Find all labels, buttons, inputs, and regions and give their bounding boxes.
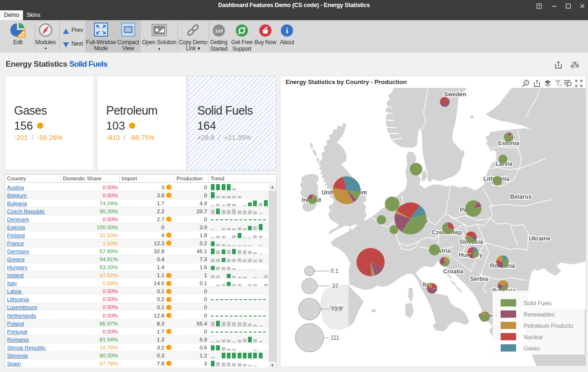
svg-text:Nuclear: Nuclear: [524, 334, 543, 341]
svg-text:Serbia: Serbia: [470, 276, 488, 282]
svg-text:Sweden: Sweden: [444, 91, 466, 98]
svg-text:123: 123: [215, 28, 223, 33]
svg-text:Solid Fuels: Solid Fuels: [524, 300, 551, 307]
svg-text:Ukraine: Ukraine: [529, 235, 550, 242]
svg-text:Petroleum Products: Petroleum Products: [524, 323, 573, 329]
svg-text:111: 111: [331, 334, 340, 341]
svg-text:Renewables: Renewables: [524, 311, 555, 318]
svg-text:0.1: 0.1: [331, 268, 339, 274]
svg-text:Gases: Gases: [524, 345, 540, 352]
svg-text:73.9: 73.9: [331, 306, 342, 312]
svg-text:Croatia: Croatia: [443, 268, 464, 275]
svg-text:i: i: [286, 26, 288, 35]
svg-text:37: 37: [332, 283, 339, 289]
svg-text:Belarus: Belarus: [510, 194, 532, 200]
